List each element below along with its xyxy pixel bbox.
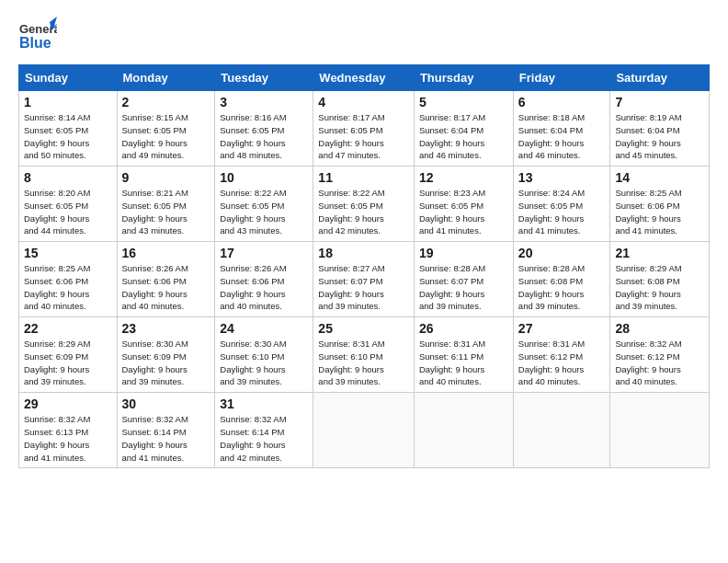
day-number: 29 bbox=[24, 396, 112, 411]
calendar-cell: 2Sunrise: 8:15 AM Sunset: 6:05 PM Daylig… bbox=[117, 91, 215, 167]
calendar-cell: 27Sunrise: 8:31 AM Sunset: 6:12 PM Dayli… bbox=[513, 317, 610, 393]
day-info: Sunrise: 8:17 AM Sunset: 6:05 PM Dayligh… bbox=[318, 111, 409, 162]
day-number: 21 bbox=[615, 246, 704, 260]
day-number: 18 bbox=[318, 246, 409, 260]
calendar-cell: 5Sunrise: 8:17 AM Sunset: 6:04 PM Daylig… bbox=[414, 91, 513, 167]
day-number: 30 bbox=[122, 396, 210, 411]
day-number: 11 bbox=[318, 170, 409, 185]
weekday-header-thursday: Thursday bbox=[414, 65, 513, 91]
day-info: Sunrise: 8:28 AM Sunset: 6:07 PM Dayligh… bbox=[419, 262, 508, 313]
day-info: Sunrise: 8:26 AM Sunset: 6:06 PM Dayligh… bbox=[122, 262, 210, 313]
day-info: Sunrise: 8:32 AM Sunset: 6:14 PM Dayligh… bbox=[122, 413, 210, 464]
calendar-cell: 24Sunrise: 8:30 AM Sunset: 6:10 PM Dayli… bbox=[215, 317, 313, 393]
day-info: Sunrise: 8:32 AM Sunset: 6:12 PM Dayligh… bbox=[615, 338, 704, 388]
calendar-cell: 8Sunrise: 8:20 AM Sunset: 6:05 PM Daylig… bbox=[19, 167, 118, 242]
day-number: 5 bbox=[419, 95, 508, 109]
day-number: 14 bbox=[615, 170, 704, 185]
calendar-cell: 31Sunrise: 8:32 AM Sunset: 6:14 PM Dayli… bbox=[215, 393, 313, 468]
calendar-cell: 3Sunrise: 8:16 AM Sunset: 6:05 PM Daylig… bbox=[215, 91, 313, 167]
day-info: Sunrise: 8:32 AM Sunset: 6:13 PM Dayligh… bbox=[24, 413, 112, 464]
logo-bird-icon: General Blue bbox=[18, 17, 57, 55]
weekday-header-saturday: Saturday bbox=[610, 65, 710, 91]
weekday-header-wednesday: Wednesday bbox=[313, 65, 415, 91]
day-number: 9 bbox=[122, 170, 210, 185]
day-number: 25 bbox=[318, 321, 409, 336]
day-number: 13 bbox=[518, 170, 606, 185]
calendar-cell: 17Sunrise: 8:26 AM Sunset: 6:06 PM Dayli… bbox=[215, 242, 313, 317]
svg-text:Blue: Blue bbox=[19, 35, 51, 51]
day-number: 24 bbox=[220, 321, 308, 336]
day-number: 26 bbox=[419, 321, 508, 336]
calendar-week-row: 8Sunrise: 8:20 AM Sunset: 6:05 PM Daylig… bbox=[19, 167, 710, 242]
weekday-header-sunday: Sunday bbox=[19, 65, 118, 91]
day-number: 20 bbox=[518, 246, 606, 260]
day-number: 15 bbox=[24, 246, 112, 260]
day-number: 1 bbox=[24, 95, 112, 109]
day-info: Sunrise: 8:25 AM Sunset: 6:06 PM Dayligh… bbox=[24, 262, 112, 313]
calendar-cell: 22Sunrise: 8:29 AM Sunset: 6:09 PM Dayli… bbox=[19, 317, 118, 393]
calendar-cell: 4Sunrise: 8:17 AM Sunset: 6:05 PM Daylig… bbox=[313, 91, 415, 167]
day-info: Sunrise: 8:24 AM Sunset: 6:05 PM Dayligh… bbox=[518, 187, 606, 237]
calendar-week-row: 15Sunrise: 8:25 AM Sunset: 6:06 PM Dayli… bbox=[19, 242, 710, 317]
day-info: Sunrise: 8:21 AM Sunset: 6:05 PM Dayligh… bbox=[122, 187, 210, 237]
day-info: Sunrise: 8:20 AM Sunset: 6:05 PM Dayligh… bbox=[24, 187, 112, 237]
day-info: Sunrise: 8:29 AM Sunset: 6:08 PM Dayligh… bbox=[615, 262, 704, 313]
weekday-header-tuesday: Tuesday bbox=[215, 65, 313, 91]
calendar-cell: 30Sunrise: 8:32 AM Sunset: 6:14 PM Dayli… bbox=[117, 393, 215, 468]
calendar-cell: 19Sunrise: 8:28 AM Sunset: 6:07 PM Dayli… bbox=[414, 242, 513, 317]
day-info: Sunrise: 8:26 AM Sunset: 6:06 PM Dayligh… bbox=[220, 262, 308, 313]
day-number: 3 bbox=[220, 95, 308, 109]
day-number: 17 bbox=[220, 246, 308, 260]
calendar-cell: 1Sunrise: 8:14 AM Sunset: 6:05 PM Daylig… bbox=[19, 91, 118, 167]
calendar-cell: 6Sunrise: 8:18 AM Sunset: 6:04 PM Daylig… bbox=[513, 91, 610, 167]
calendar-cell: 15Sunrise: 8:25 AM Sunset: 6:06 PM Dayli… bbox=[19, 242, 118, 317]
day-info: Sunrise: 8:19 AM Sunset: 6:04 PM Dayligh… bbox=[615, 111, 704, 162]
day-info: Sunrise: 8:30 AM Sunset: 6:09 PM Dayligh… bbox=[122, 338, 210, 388]
day-number: 16 bbox=[122, 246, 210, 260]
day-number: 2 bbox=[122, 95, 210, 109]
calendar-cell: 11Sunrise: 8:22 AM Sunset: 6:05 PM Dayli… bbox=[313, 167, 415, 242]
day-number: 22 bbox=[24, 321, 112, 336]
day-info: Sunrise: 8:16 AM Sunset: 6:05 PM Dayligh… bbox=[220, 111, 308, 162]
calendar-week-row: 22Sunrise: 8:29 AM Sunset: 6:09 PM Dayli… bbox=[19, 317, 710, 393]
day-number: 28 bbox=[615, 321, 704, 336]
day-info: Sunrise: 8:15 AM Sunset: 6:05 PM Dayligh… bbox=[122, 111, 210, 162]
calendar-cell: 14Sunrise: 8:25 AM Sunset: 6:06 PM Dayli… bbox=[610, 167, 710, 242]
day-info: Sunrise: 8:32 AM Sunset: 6:14 PM Dayligh… bbox=[220, 413, 308, 464]
logo: General Blue bbox=[18, 17, 57, 55]
day-info: Sunrise: 8:28 AM Sunset: 6:08 PM Dayligh… bbox=[518, 262, 606, 313]
day-info: Sunrise: 8:17 AM Sunset: 6:04 PM Dayligh… bbox=[419, 111, 508, 162]
calendar-cell: 13Sunrise: 8:24 AM Sunset: 6:05 PM Dayli… bbox=[513, 167, 610, 242]
day-number: 10 bbox=[220, 170, 308, 185]
weekday-header-monday: Monday bbox=[117, 65, 215, 91]
header: General Blue bbox=[18, 17, 710, 55]
day-number: 6 bbox=[518, 95, 606, 109]
day-info: Sunrise: 8:14 AM Sunset: 6:05 PM Dayligh… bbox=[24, 111, 112, 162]
day-number: 7 bbox=[615, 95, 704, 109]
calendar-cell: 9Sunrise: 8:21 AM Sunset: 6:05 PM Daylig… bbox=[117, 167, 215, 242]
day-number: 31 bbox=[220, 396, 308, 411]
calendar-cell: 20Sunrise: 8:28 AM Sunset: 6:08 PM Dayli… bbox=[513, 242, 610, 317]
day-number: 19 bbox=[419, 246, 508, 260]
calendar-table: SundayMondayTuesdayWednesdayThursdayFrid… bbox=[18, 64, 710, 468]
day-number: 4 bbox=[318, 95, 409, 109]
day-info: Sunrise: 8:31 AM Sunset: 6:12 PM Dayligh… bbox=[518, 338, 606, 388]
calendar-cell: 23Sunrise: 8:30 AM Sunset: 6:09 PM Dayli… bbox=[117, 317, 215, 393]
weekday-header-friday: Friday bbox=[513, 65, 610, 91]
calendar-cell: 21Sunrise: 8:29 AM Sunset: 6:08 PM Dayli… bbox=[610, 242, 710, 317]
day-info: Sunrise: 8:29 AM Sunset: 6:09 PM Dayligh… bbox=[24, 338, 112, 388]
day-number: 12 bbox=[419, 170, 508, 185]
calendar-cell: 29Sunrise: 8:32 AM Sunset: 6:13 PM Dayli… bbox=[19, 393, 118, 468]
calendar-cell: 26Sunrise: 8:31 AM Sunset: 6:11 PM Dayli… bbox=[414, 317, 513, 393]
day-info: Sunrise: 8:22 AM Sunset: 6:05 PM Dayligh… bbox=[220, 187, 308, 237]
day-info: Sunrise: 8:25 AM Sunset: 6:06 PM Dayligh… bbox=[615, 187, 704, 237]
calendar-cell: 28Sunrise: 8:32 AM Sunset: 6:12 PM Dayli… bbox=[610, 317, 710, 393]
calendar-cell bbox=[610, 393, 710, 468]
calendar-cell bbox=[313, 393, 415, 468]
day-info: Sunrise: 8:30 AM Sunset: 6:10 PM Dayligh… bbox=[220, 338, 308, 388]
calendar-cell: 16Sunrise: 8:26 AM Sunset: 6:06 PM Dayli… bbox=[117, 242, 215, 317]
day-info: Sunrise: 8:31 AM Sunset: 6:10 PM Dayligh… bbox=[318, 338, 409, 388]
calendar-cell bbox=[414, 393, 513, 468]
calendar-cell: 12Sunrise: 8:23 AM Sunset: 6:05 PM Dayli… bbox=[414, 167, 513, 242]
calendar-cell bbox=[513, 393, 610, 468]
